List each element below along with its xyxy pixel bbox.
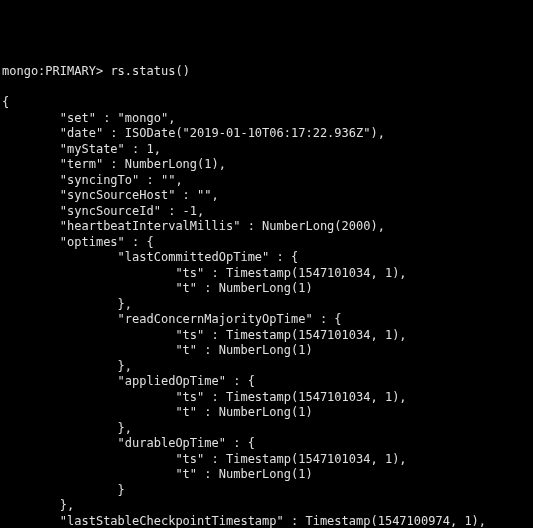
command-output: { "set" : "mongo", "date" : ISODate("201… <box>2 95 533 528</box>
shell-prompt: mongo:PRIMARY> <box>2 64 103 80</box>
command-input[interactable]: rs.status() <box>110 64 189 80</box>
command-line[interactable]: mongo:PRIMARY> rs.status() <box>2 64 533 80</box>
